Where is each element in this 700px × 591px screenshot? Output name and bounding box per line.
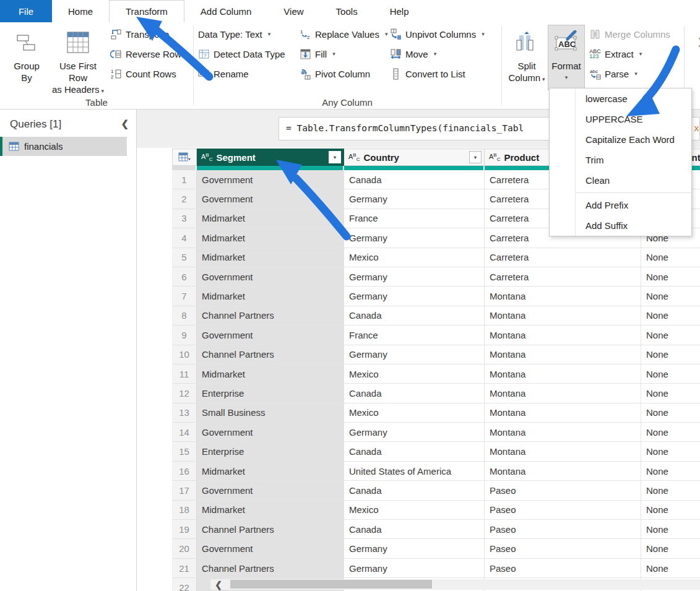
segment-cell[interactable]: Channel Partners	[197, 306, 344, 326]
select-all-cell[interactable]	[172, 149, 197, 166]
discount-band-cell[interactable]: None	[641, 326, 700, 345]
country-cell[interactable]: Mexico	[344, 403, 485, 423]
segment-cell[interactable]: Enterprise	[197, 384, 344, 403]
unpivot-columns-button[interactable]: Unpivot Columns ▾	[390, 26, 485, 42]
country-cell[interactable]: Canada	[344, 520, 485, 539]
product-cell[interactable]: Montana	[485, 345, 641, 365]
country-cell[interactable]: Canada	[344, 384, 485, 403]
tab-help[interactable]: Help	[374, 0, 425, 22]
parse-button[interactable]: abc Parse ▾	[589, 66, 670, 82]
pane-divider[interactable]	[136, 110, 137, 591]
product-cell[interactable]: Montana	[485, 306, 641, 326]
segment-cell[interactable]: Enterprise	[197, 442, 344, 461]
country-cell[interactable]: Canada	[344, 170, 485, 189]
product-cell[interactable]: Montana	[485, 442, 641, 461]
segment-cell[interactable]: Midmarket	[197, 365, 344, 384]
country-cell[interactable]: Germany	[344, 287, 485, 306]
discount-band-cell[interactable]: None	[641, 559, 700, 578]
segment-cell[interactable]: Channel Partners	[197, 559, 344, 578]
segment-cell[interactable]: Government	[197, 539, 344, 558]
product-cell[interactable]: Paseo	[485, 520, 641, 539]
country-cell[interactable]: Canada	[344, 481, 485, 500]
detect-data-type-button[interactable]: ? Detect Data Type	[198, 46, 285, 62]
fill-button[interactable]: Fill ▾	[300, 46, 387, 62]
segment-cell[interactable]: Government	[197, 170, 344, 189]
menu-item-lowercase[interactable]: lowercase	[550, 88, 691, 109]
tab-file[interactable]: File	[0, 0, 52, 22]
extract-button[interactable]: ABC123 Extract ▾	[589, 46, 670, 62]
discount-band-cell[interactable]: None	[641, 403, 700, 423]
product-cell[interactable]: Carretera	[485, 248, 641, 267]
row-number[interactable]: 2	[172, 189, 197, 209]
product-cell[interactable]: Montana	[485, 423, 641, 442]
discount-band-cell[interactable]: None	[641, 248, 700, 267]
column-filter-icon[interactable]: ▾	[469, 151, 482, 163]
product-cell[interactable]: Paseo	[485, 501, 641, 520]
product-cell[interactable]: Carretera	[485, 267, 641, 287]
product-cell[interactable]: Paseo	[485, 559, 641, 578]
row-number[interactable]: 17	[172, 481, 197, 500]
country-cell[interactable]: Germany	[344, 228, 485, 248]
country-cell[interactable]: Germany	[344, 539, 485, 558]
scrollbar-thumb[interactable]	[230, 580, 432, 589]
row-number[interactable]: 18	[172, 501, 197, 520]
segment-cell[interactable]: Channel Partners	[197, 520, 344, 539]
row-number[interactable]: 14	[172, 423, 197, 442]
rename-button[interactable]: Rename	[198, 66, 285, 82]
country-cell[interactable]: Germany	[344, 423, 485, 442]
row-number[interactable]: 5	[172, 248, 197, 267]
discount-band-cell[interactable]: None	[641, 306, 700, 326]
country-cell[interactable]: France	[344, 209, 485, 228]
discount-band-cell[interactable]: None	[641, 365, 700, 384]
segment-cell[interactable]: Midmarket	[197, 209, 344, 228]
format-button[interactable]: ABC Format ▾	[548, 25, 585, 90]
country-cell[interactable]: Germany	[344, 267, 485, 287]
country-cell[interactable]: Germany	[344, 559, 485, 578]
country-cell[interactable]: Mexico	[344, 501, 485, 520]
data-type-button[interactable]: Data Type: Text ▾	[198, 26, 285, 42]
country-cell[interactable]: Canada	[344, 306, 485, 326]
row-number[interactable]: 22	[172, 578, 197, 591]
menu-item-trim[interactable]: Trim	[550, 150, 691, 170]
row-number[interactable]: 21	[172, 559, 197, 578]
row-number[interactable]: 19	[172, 520, 197, 539]
split-column-button[interactable]: Split Column▾	[506, 25, 547, 86]
column-header-segment[interactable]: ABC Segment ▾	[197, 149, 344, 166]
collapse-pane-icon[interactable]: ❮	[121, 118, 129, 129]
segment-cell[interactable]: Midmarket	[197, 248, 344, 267]
segment-cell[interactable]: Government	[197, 267, 344, 287]
merge-columns-button[interactable]: Merge Columns	[589, 26, 670, 42]
row-number[interactable]: 16	[172, 462, 197, 481]
query-item-financials[interactable]: financials	[0, 137, 127, 156]
segment-cell[interactable]: Midmarket	[197, 287, 344, 306]
segment-cell[interactable]: Government	[197, 481, 344, 500]
horizontal-scrollbar[interactable]: ❮	[210, 579, 700, 590]
tab-tools[interactable]: Tools	[320, 0, 374, 22]
segment-cell[interactable]: Midmarket	[197, 228, 344, 248]
segment-cell[interactable]: Midmarket	[197, 501, 344, 520]
row-number[interactable]: 15	[172, 442, 197, 461]
group-by-button[interactable]: Group By	[7, 25, 46, 84]
row-number[interactable]: 4	[172, 228, 197, 248]
discount-band-cell[interactable]: None	[641, 287, 700, 306]
tab-transform[interactable]: Transform	[109, 0, 184, 22]
product-cell[interactable]: Montana	[485, 326, 641, 345]
discount-band-cell[interactable]: None	[641, 442, 700, 461]
menu-item-add-suffix[interactable]: Add Suffix	[550, 215, 691, 236]
product-cell[interactable]: Montana	[485, 384, 641, 403]
tab-home[interactable]: Home	[52, 0, 109, 22]
product-cell[interactable]: Montana	[485, 462, 641, 481]
row-number[interactable]: 8	[172, 306, 197, 326]
product-cell[interactable]: Paseo	[485, 539, 641, 558]
discount-band-cell[interactable]: None	[641, 345, 700, 365]
row-number[interactable]: 1	[172, 170, 197, 189]
transpose-button[interactable]: Transpose	[110, 26, 186, 42]
scroll-left-icon[interactable]: ❮	[210, 580, 227, 590]
segment-cell[interactable]: Government	[197, 189, 344, 209]
move-button[interactable]: Move ▾	[390, 46, 485, 62]
row-number[interactable]: 11	[172, 365, 197, 384]
row-number[interactable]: 13	[172, 403, 197, 423]
country-cell[interactable]: Mexico	[344, 365, 485, 384]
discount-band-cell[interactable]: None	[641, 267, 700, 287]
product-cell[interactable]: Paseo	[485, 481, 641, 500]
